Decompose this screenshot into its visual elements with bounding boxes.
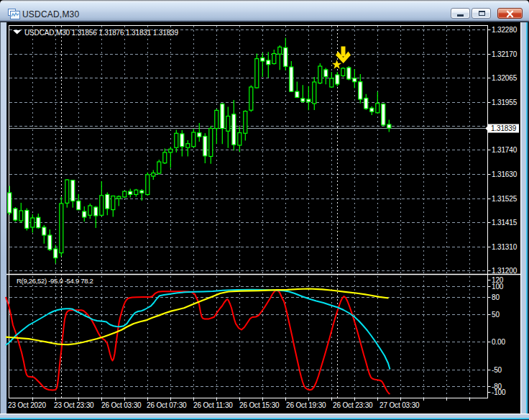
- svg-text:1.31839: 1.31839: [491, 124, 517, 132]
- svg-text:0.00: 0.00: [492, 338, 505, 346]
- svg-text:26 Oct 19:30: 26 Oct 19:30: [286, 401, 326, 409]
- svg-text:26 Oct 07:30: 26 Oct 07:30: [147, 401, 187, 409]
- svg-text:1.31310: 1.31310: [492, 243, 518, 251]
- svg-text:23 Oct 23:30: 23 Oct 23:30: [54, 401, 94, 409]
- svg-text:26 Oct 11:30: 26 Oct 11:30: [193, 401, 233, 409]
- svg-text:50: 50: [492, 311, 500, 319]
- svg-text:100: 100: [492, 283, 504, 291]
- svg-text:1.31525: 1.31525: [492, 195, 518, 203]
- svg-text:1.31200: 1.31200: [492, 267, 518, 275]
- svg-text:26 Oct 03:30: 26 Oct 03:30: [101, 401, 142, 409]
- svg-text:23 Oct 2020: 23 Oct 2020: [8, 401, 46, 409]
- svg-text:26 Oct 23:30: 26 Oct 23:30: [333, 401, 373, 409]
- svg-text:-100: -100: [492, 388, 506, 396]
- svg-text:1.31740: 1.31740: [492, 146, 518, 154]
- svg-text:1.31630: 1.31630: [492, 170, 518, 178]
- svg-text:-50: -50: [492, 366, 502, 374]
- svg-text:1.31955: 1.31955: [492, 99, 518, 106]
- svg-text:1.32065: 1.32065: [492, 74, 518, 82]
- svg-text:26 Oct 15:30: 26 Oct 15:30: [239, 401, 280, 409]
- svg-text:27 Oct 03:30: 27 Oct 03:30: [380, 401, 420, 409]
- svg-text:1.32170: 1.32170: [492, 50, 518, 58]
- svg-text:1.32280: 1.32280: [492, 26, 518, 34]
- svg-text:R(9,26,52) -95.0 -54.9 78.2: R(9,26,52) -95.0 -54.9 78.2: [17, 277, 93, 285]
- svg-text:80: 80: [492, 293, 500, 301]
- svg-text:USDCAD,M30 1.31856 1.31876 1.3: USDCAD,M30 1.31856 1.31876 1.31831 1.318…: [24, 29, 178, 37]
- svg-text:1.31415: 1.31415: [492, 219, 518, 227]
